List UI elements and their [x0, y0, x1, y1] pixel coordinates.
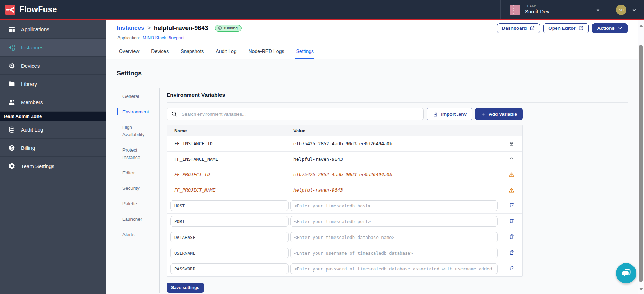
add-variable-button[interactable]: Add variable	[475, 108, 523, 120]
sidebar-item-audit-log[interactable]: Audit Log	[0, 121, 106, 139]
env-var-value: efb75425-2852-4adb-90d3-ee0d26494a0b	[293, 141, 501, 146]
devices-icon	[8, 62, 15, 69]
settings-nav-high-availability[interactable]: High Availability	[117, 123, 153, 138]
env-variables-title: Environment Variables	[167, 92, 628, 98]
env-row-password	[167, 261, 522, 276]
delete-variable-button[interactable]	[508, 233, 515, 241]
sidebar-item-instances[interactable]: Instances	[0, 39, 106, 57]
instances-icon	[8, 44, 15, 51]
search-input[interactable]	[181, 111, 419, 117]
env-row-port	[167, 214, 522, 229]
team-selector[interactable]: TEAM: Sumit-Dev	[500, 0, 609, 19]
delete-variable-button[interactable]	[508, 265, 515, 273]
team-label: TEAM:	[525, 4, 549, 9]
tab-snapshots[interactable]: Snapshots	[180, 46, 204, 59]
column-header-name: Name	[167, 128, 293, 133]
chevron-down-icon	[631, 7, 637, 13]
sidebar-item-library[interactable]: Library	[0, 75, 106, 93]
application-link[interactable]: MIND Stack Blueprint	[143, 35, 184, 40]
main-content: Instances > helpful-raven-9643 running D…	[106, 20, 644, 294]
scroll-down-arrow[interactable]	[639, 288, 643, 290]
env-value-input-database[interactable]	[290, 232, 498, 242]
settings-nav-palette[interactable]: Palette	[117, 200, 153, 207]
settings-nav-general[interactable]: General	[117, 93, 153, 100]
application-label: Application:	[117, 35, 140, 40]
lock-icon	[509, 156, 514, 162]
env-name-input-database[interactable]	[170, 232, 289, 242]
settings-nav-security[interactable]: Security	[117, 185, 153, 192]
user-avatar: su	[616, 5, 626, 15]
delete-variable-button[interactable]	[508, 217, 515, 226]
env-name-input-port[interactable]	[170, 216, 289, 227]
env-name-input-username[interactable]	[170, 248, 289, 258]
settings-nav-alerts[interactable]: Alerts	[117, 231, 153, 238]
add-variable-button-label: Add variable	[489, 112, 517, 117]
trash-icon	[509, 202, 515, 208]
actions-button[interactable]: Actions	[592, 23, 628, 33]
delete-variable-button[interactable]	[508, 201, 515, 210]
actions-button-label: Actions	[597, 26, 615, 31]
env-var-name: FF_INSTANCE_ID	[167, 141, 293, 146]
open-editor-button[interactable]: Open Editor	[543, 23, 589, 33]
team-name: Sumit-Dev	[525, 8, 549, 15]
brand-name: FlowFuse	[19, 5, 57, 14]
dashboard-button[interactable]: Dashboard	[497, 23, 540, 33]
env-var-value: helpful-raven-9643	[293, 187, 501, 193]
settings-nav-protect-instance[interactable]: Protect Instance	[117, 146, 153, 161]
brand[interactable]: FlowFuse	[0, 0, 57, 19]
import-env-button[interactable]: Import .env	[427, 108, 472, 120]
page-header: Instances > helpful-raven-9643 running D…	[106, 20, 644, 59]
sidebar-item-devices[interactable]: Devices	[0, 57, 106, 75]
env-var-name: FF_PROJECT_NAME	[167, 187, 293, 193]
team-settings-icon	[8, 162, 15, 170]
scroll-up-arrow[interactable]	[639, 25, 643, 27]
env-row-username	[167, 245, 522, 261]
settings-nav-editor[interactable]: Editor	[117, 169, 153, 176]
env-var-name: FF_PROJECT_ID	[167, 172, 293, 177]
env-value-input-host[interactable]	[290, 200, 498, 211]
settings-nav-launcher[interactable]: Launcher	[117, 215, 153, 223]
sidebar-item-label: Members	[21, 99, 43, 105]
delete-variable-button[interactable]	[508, 249, 515, 257]
sidebar-item-billing[interactable]: Billing	[0, 139, 106, 157]
breadcrumb-instances-link[interactable]: Instances	[117, 25, 144, 32]
env-value-input-username[interactable]	[290, 248, 498, 258]
tab-settings[interactable]: Settings	[295, 46, 314, 59]
env-var-value: efb75425-2852-4adb-90d3-ee0d26494a0b	[293, 172, 501, 177]
team-avatar	[510, 5, 520, 15]
library-icon	[8, 80, 15, 88]
env-name-input-password[interactable]	[170, 263, 289, 274]
settings-nav-environment[interactable]: Environment	[117, 108, 153, 115]
env-toolbar: Import .env Add variable	[167, 108, 523, 120]
scrollbar-thumb[interactable]	[639, 45, 643, 282]
instance-tabs: OverviewDevicesSnapshotsAudit LogNode-RE…	[106, 46, 644, 59]
env-row-ff-project-id: FF_PROJECT_IDefb75425-2852-4adb-90d3-ee0…	[167, 167, 522, 182]
chat-bubbles-icon	[620, 267, 632, 279]
chevron-down-icon	[618, 26, 623, 31]
env-row-ff-project-name: FF_PROJECT_NAMEhelpful-raven-9643	[167, 182, 522, 198]
user-menu[interactable]: su	[609, 0, 644, 19]
chat-widget-button[interactable]	[616, 263, 636, 283]
breadcrumb-separator: >	[147, 25, 150, 31]
table-header: Name Value	[167, 125, 522, 136]
sidebar-item-members[interactable]: Members	[0, 93, 106, 112]
env-var-value: helpful-raven-9643	[293, 156, 501, 162]
page-title: helpful-raven-9643	[154, 25, 208, 32]
lock-icon	[509, 141, 514, 147]
env-value-input-port[interactable]	[290, 216, 498, 227]
tab-audit-log[interactable]: Audit Log	[215, 46, 237, 59]
tab-overview[interactable]: Overview	[118, 46, 140, 59]
env-row-ff-instance-name: FF_INSTANCE_NAMEhelpful-raven-9643	[167, 152, 522, 167]
application-line: Application: MIND Stack Blueprint	[117, 35, 628, 40]
sidebar-item-applications[interactable]: Applications	[0, 20, 106, 39]
save-settings-button[interactable]: Save settings	[167, 283, 204, 293]
settings-page: Settings GeneralEnvironmentHigh Availabi…	[106, 59, 644, 294]
environment-pane: Environment Variables Import .env	[160, 88, 628, 293]
tab-node-red-logs[interactable]: Node-RED Logs	[248, 46, 285, 59]
env-name-input-host[interactable]	[170, 200, 289, 211]
env-value-input-password[interactable]	[290, 263, 498, 274]
tab-devices[interactable]: Devices	[150, 46, 169, 59]
play-circle-icon	[218, 26, 222, 31]
sidebar-item-team-settings[interactable]: Team Settings	[0, 157, 106, 175]
env-row-ff-instance-id: FF_INSTANCE_IDefb75425-2852-4adb-90d3-ee…	[167, 136, 522, 152]
